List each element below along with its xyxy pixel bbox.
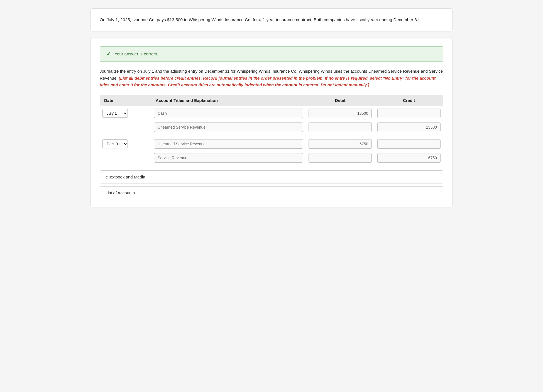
- journal-table: Date Account Titles and Explanation Debi…: [100, 95, 443, 168]
- account-input-2[interactable]: [154, 139, 303, 149]
- debit-input-1[interactable]: [309, 122, 372, 132]
- problem-box: On July 1, 2025, Ivanhoe Co. pays $13,50…: [90, 8, 453, 31]
- table-row: [100, 120, 443, 134]
- account-input-3[interactable]: [154, 153, 303, 163]
- date-select-2[interactable]: July 1Dec. 31: [102, 139, 128, 148]
- answer-section: ✓ Your answer is correct. Journalize the…: [90, 38, 453, 207]
- header-account: Account Titles and Explanation: [151, 95, 306, 106]
- table-row: [100, 151, 443, 165]
- credit-input-2[interactable]: [377, 139, 441, 149]
- etextbook-button[interactable]: eTextbook and Media: [100, 170, 443, 183]
- debit-input-3[interactable]: [309, 153, 372, 163]
- correct-banner: ✓ Your answer is correct.: [100, 46, 443, 62]
- debit-input-2[interactable]: [309, 139, 372, 149]
- header-credit: Credit: [375, 95, 443, 106]
- debit-input-0[interactable]: [309, 109, 372, 118]
- instructions-red: (List all debit entries before credit en…: [100, 76, 436, 87]
- correct-text: Your answer is correct.: [114, 52, 158, 57]
- table-row: July 1Dec. 31: [100, 106, 443, 120]
- instructions: Journalize the entry on July 1 and the a…: [100, 68, 443, 89]
- credit-input-1[interactable]: [377, 122, 441, 132]
- header-debit: Debit: [306, 95, 375, 106]
- bottom-buttons: eTextbook and Media List of Accounts: [100, 170, 443, 199]
- spacer-row: [100, 165, 443, 168]
- spacer-row: [100, 134, 443, 137]
- credit-input-0[interactable]: [377, 109, 441, 118]
- table-row: July 1Dec. 31: [100, 137, 443, 151]
- date-select-0[interactable]: July 1Dec. 31: [102, 109, 128, 118]
- check-icon: ✓: [106, 50, 111, 58]
- account-input-0[interactable]: [154, 109, 303, 118]
- account-input-1[interactable]: [154, 122, 303, 132]
- page-wrapper: On July 1, 2025, Ivanhoe Co. pays $13,50…: [90, 8, 453, 207]
- credit-input-3[interactable]: [377, 153, 441, 163]
- header-date: Date: [100, 95, 151, 106]
- problem-text: On July 1, 2025, Ivanhoe Co. pays $13,50…: [100, 17, 420, 22]
- list-of-accounts-button[interactable]: List of Accounts: [100, 186, 443, 199]
